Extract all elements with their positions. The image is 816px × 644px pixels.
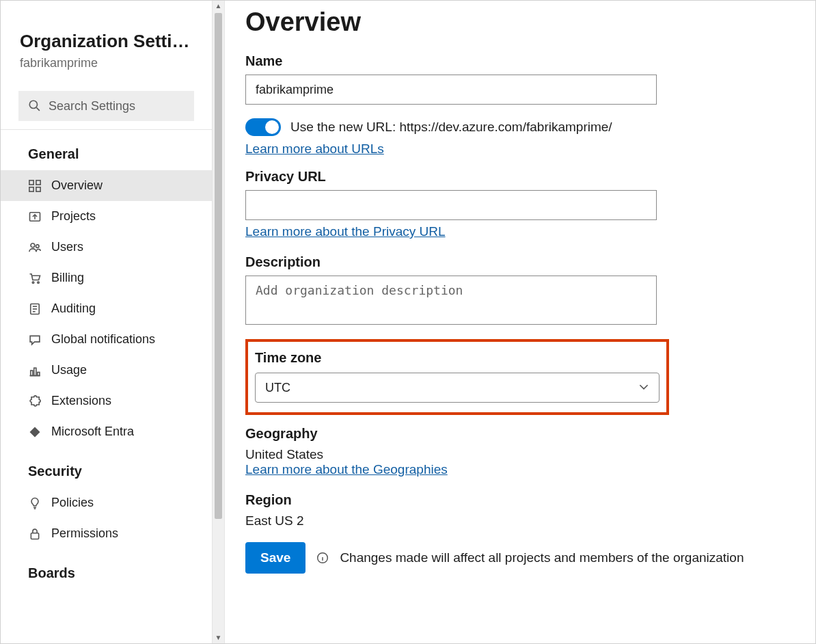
sidebar-item-extensions[interactable]: Extensions <box>1 386 212 416</box>
sidebar-item-label: Overview <box>51 178 103 193</box>
region-label: Region <box>245 492 657 508</box>
privacy-input[interactable] <box>245 190 657 220</box>
main-content: Overview Name Use the new URL: https://d… <box>225 1 815 643</box>
nav-group-label: General <box>1 130 212 170</box>
svg-rect-23 <box>31 533 38 539</box>
geography-label: Geography <box>245 426 657 442</box>
cart-icon <box>28 271 42 285</box>
svg-rect-4 <box>29 187 33 191</box>
sidebar-item-label: Permissions <box>51 526 118 541</box>
url-toggle-label: Use the new URL: https://dev.azure.com/f… <box>290 120 612 135</box>
sidebar-item-label: Usage <box>51 363 87 377</box>
sidebar-item-microsoft-entra[interactable]: Microsoft Entra <box>1 416 212 447</box>
learn-more-privacy-link[interactable]: Learn more about the Privacy URL <box>245 224 446 239</box>
geography-value: United States <box>245 447 657 462</box>
nav-group-label: Boards <box>1 549 212 589</box>
grid-overview-icon <box>28 179 42 193</box>
sidebar-item-label: Billing <box>51 271 84 285</box>
info-icon <box>316 552 329 564</box>
sidebar-subtitle: fabrikamprime <box>20 56 193 70</box>
lightbulb-icon <box>28 496 42 510</box>
timezone-label: Time zone <box>255 350 659 366</box>
svg-point-0 <box>29 100 37 108</box>
sidebar-item-usage[interactable]: Usage <box>1 355 212 386</box>
name-label: Name <box>245 53 657 69</box>
sidebar-header: Organization Settin… fabrikamprime <box>1 1 212 81</box>
bar-chart-icon <box>28 364 42 377</box>
entra-icon <box>28 425 42 439</box>
description-row: Description <box>245 254 657 327</box>
region-value: East US 2 <box>245 513 657 528</box>
sidebar-item-auditing[interactable]: Auditing <box>1 293 212 324</box>
sidebar-item-policies[interactable]: Policies <box>1 487 212 518</box>
sidebar-item-billing[interactable]: Billing <box>1 263 212 293</box>
timezone-select-wrap: UTC <box>255 373 659 403</box>
name-row: Name <box>245 53 657 105</box>
sidebar-item-projects[interactable]: Projects <box>1 201 212 232</box>
url-toggle[interactable] <box>245 118 281 136</box>
svg-marker-20 <box>30 427 40 437</box>
search-input[interactable] <box>49 99 185 113</box>
sidebar-item-label: Policies <box>51 496 94 510</box>
svg-rect-17 <box>31 371 33 376</box>
log-icon <box>28 302 42 316</box>
learn-more-urls-link[interactable]: Learn more about URLs <box>245 142 384 157</box>
sidebar-item-label: Microsoft Entra <box>51 425 134 439</box>
save-warning-text: Changes made will affect all projects an… <box>340 550 744 565</box>
svg-rect-2 <box>29 180 33 184</box>
svg-point-10 <box>32 282 34 284</box>
sidebar-item-label: Extensions <box>51 394 111 408</box>
form-column: Name Use the new URL: https://dev.azure.… <box>245 53 657 327</box>
svg-rect-18 <box>34 368 36 375</box>
toggle-knob <box>265 120 279 134</box>
upload-box-icon <box>28 210 42 224</box>
scroll-thumb[interactable] <box>215 13 222 519</box>
privacy-label: Privacy URL <box>245 169 657 185</box>
sidebar: Organization Settin… fabrikamprime Gener… <box>1 1 225 643</box>
scroll-up-icon[interactable]: ▲ <box>213 1 224 12</box>
description-label: Description <box>245 254 657 270</box>
svg-line-1 <box>36 107 40 111</box>
svg-rect-5 <box>36 187 40 191</box>
learn-more-geographies-link[interactable]: Learn more about the Geographies <box>245 462 448 477</box>
timezone-highlight: Time zone UTC <box>245 339 669 415</box>
search-box[interactable] <box>18 91 194 121</box>
chat-icon <box>28 333 42 347</box>
geography-row: Geography United States Learn more about… <box>245 426 657 477</box>
sidebar-item-overview[interactable]: Overview <box>1 170 212 201</box>
svg-rect-19 <box>38 372 40 375</box>
sidebar-item-label: Global notifications <box>51 332 155 347</box>
sidebar-item-label: Projects <box>51 209 96 224</box>
sidebar-item-permissions[interactable]: Permissions <box>1 518 212 549</box>
svg-rect-3 <box>36 180 40 184</box>
people-icon <box>28 241 42 254</box>
nav-group-label: Security <box>1 447 212 487</box>
sidebar-scrollbar[interactable]: ▲ ▼ <box>212 1 224 643</box>
sidebar-item-label: Users <box>51 240 83 254</box>
page-title: Overview <box>245 8 815 37</box>
sidebar-item-label: Auditing <box>51 301 96 316</box>
svg-point-11 <box>38 282 40 284</box>
lock-icon <box>28 527 42 541</box>
timezone-select[interactable]: UTC <box>255 373 659 403</box>
save-button[interactable]: Save <box>245 542 305 574</box>
sidebar-item-users[interactable]: Users <box>1 232 212 263</box>
url-toggle-row: Use the new URL: https://dev.azure.com/f… <box>245 118 657 136</box>
scroll-down-icon[interactable]: ▼ <box>213 632 224 643</box>
privacy-row: Privacy URL Learn more about the Privacy… <box>245 169 657 239</box>
url-learn-more-row: Learn more about URLs <box>245 142 657 157</box>
description-input[interactable] <box>245 276 657 325</box>
search-wrap <box>18 91 194 121</box>
save-row: Save Changes made will affect all projec… <box>245 542 815 574</box>
sidebar-item-global-notifications[interactable]: Global notifications <box>1 324 212 355</box>
svg-point-8 <box>31 243 35 247</box>
region-row: Region East US 2 <box>245 492 657 528</box>
puzzle-icon <box>28 394 42 408</box>
timezone-value: UTC <box>265 381 290 395</box>
name-input[interactable] <box>245 75 657 105</box>
sidebar-title: Organization Settin… <box>20 31 193 52</box>
search-icon <box>28 99 40 113</box>
sidebar-content: Organization Settin… fabrikamprime Gener… <box>1 1 224 589</box>
svg-point-9 <box>36 244 40 247</box>
app-root: Organization Settin… fabrikamprime Gener… <box>0 0 816 644</box>
